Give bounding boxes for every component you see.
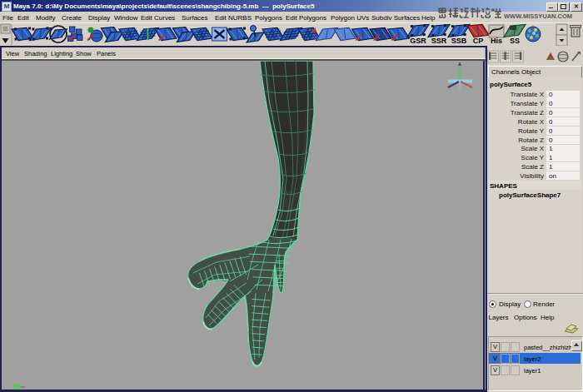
svg-text:SSR: SSR xyxy=(431,37,447,45)
svg-text:SSB: SSB xyxy=(451,37,467,45)
svg-text:CP: CP xyxy=(473,37,484,45)
svg-text:SS: SS xyxy=(510,37,520,45)
svg-text:His: His xyxy=(491,37,502,45)
svg-text:GSR: GSR xyxy=(410,37,426,45)
